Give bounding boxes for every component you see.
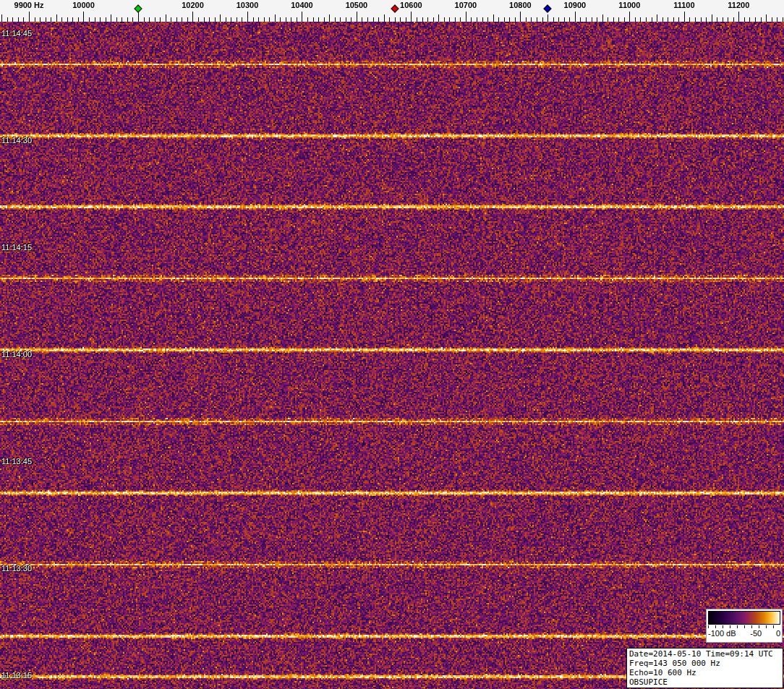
- freq-tick-label: 10400: [291, 1, 313, 9]
- colorbar-labels: -100 dB -50 0: [708, 628, 780, 638]
- colorbar-legend: -100 dB -50 0: [706, 609, 783, 643]
- colorbar-label-min: -100 dB: [708, 629, 736, 638]
- status-info-box: Date=2014-05-10 Time=09:14 UTC Freq=143 …: [626, 648, 783, 688]
- info-frequency: Freq=143 050 000 Hz: [629, 659, 780, 668]
- freq-tick-label: 10300: [237, 1, 259, 9]
- freq-tick-label: 10200: [182, 1, 204, 9]
- freq-tick-label: 10000: [72, 1, 95, 9]
- time-tick-label: 11:14:30: [1, 136, 32, 145]
- time-tick-label: 11:13:15: [1, 671, 32, 680]
- freq-tick-label: 10700: [455, 1, 477, 9]
- time-tick-label: 11:13:30: [1, 564, 32, 573]
- waterfall-display[interactable]: 11:14:4511:14:3011:14:1511:14:0011:13:45…: [0, 22, 784, 689]
- spectrogram-canvas: [0, 22, 784, 689]
- freq-tick-label: 10600: [400, 1, 422, 9]
- freq-tick-label: 10900: [564, 1, 587, 9]
- freq-tick-label: 9900 Hz: [14, 1, 44, 9]
- freq-tick-label: 11200: [728, 1, 749, 9]
- colorbar-gradient: [708, 611, 780, 625]
- frequency-ruler[interactable]: 9900 Hz100001020010300104001050010600107…: [0, 0, 784, 22]
- time-tick-label: 11:14:45: [1, 29, 32, 38]
- freq-tick-label: 11000: [618, 1, 640, 9]
- info-date-time: Date=2014-05-10 Time=09:14 UTC: [629, 649, 780, 659]
- freq-tick-label: 11100: [673, 1, 694, 9]
- freq-tick-label: 10800: [509, 1, 532, 9]
- time-tick-label: 11:14:00: [1, 350, 32, 359]
- colorbar-label-mid: -50: [750, 629, 762, 638]
- info-station: OBSUPICE: [629, 677, 780, 687]
- info-echo: Echo=10 600 Hz: [629, 668, 780, 677]
- spectrogram-app: 9900 Hz100001020010300104001050010600107…: [0, 0, 784, 689]
- freq-tick-label: 10500: [346, 1, 368, 9]
- time-tick-label: 11:13:45: [1, 457, 32, 466]
- colorbar-label-max: 0: [776, 629, 780, 638]
- ruler-ticks-canvas: [0, 0, 784, 22]
- time-tick-label: 11:14:15: [1, 243, 32, 252]
